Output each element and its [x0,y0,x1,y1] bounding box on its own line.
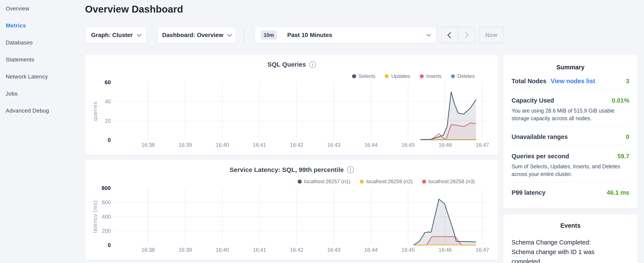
sql-queries-chart-card: SQL Queries i SelectsUpdatesInsertsDelet… [85,54,498,155]
chevron-down-icon [426,32,431,36]
sidebar-item-jobs[interactable]: Jobs [0,85,85,102]
legend-dot [420,74,424,78]
time-step-button-group [441,27,475,43]
legend-dot [422,180,426,184]
event-text: Schema Change Completed: Schema change w… [512,238,615,263]
svg-text:16:43: 16:43 [327,247,340,253]
svg-text:16:41: 16:41 [253,142,266,148]
summary-row-value: 46.1 ms [607,189,629,196]
legend-dot [384,74,389,78]
service-latency-chart-card: Service Latency: SQL, 99th percentile i … [85,160,498,260]
event-item: Schema Change Completed: Schema change w… [512,238,629,263]
sidebar-item-network-latency[interactable]: Network Latency [0,68,85,85]
svg-text:16:47: 16:47 [476,247,489,253]
chart-title: SQL Queries [268,61,306,68]
dashboard-selector-label: Dashboard: Overview [162,32,224,39]
summary-row-subtext: Sum of Selects, Updates, Inserts, and De… [512,163,629,178]
summary-row: P99 latency 46.1 ms [512,188,629,197]
legend-label: localhost:26257 (n1) [304,178,350,184]
graph-selector-label: Graph: Cluster [91,32,133,39]
divider [512,182,629,182]
svg-text:16:38: 16:38 [142,247,155,253]
summary-row-value: 59.7 [618,153,629,160]
chart-title-row: SQL Queries i [85,61,498,68]
time-range-badge: 10m [261,31,276,40]
sidebar-item-metrics[interactable]: Metrics [0,17,85,34]
summary-title: Summary [512,64,629,71]
sidebar: Overview Metrics Databases Statements Ne… [0,0,85,119]
svg-text:800: 800 [102,185,111,191]
summary-row-label: Capacity Used [512,97,554,104]
previous-time-button[interactable] [442,27,458,43]
legend-label: localhost:26258 (n3) [428,178,475,184]
sidebar-item-databases[interactable]: Databases [0,34,85,51]
legend-item: Updates [384,73,410,79]
view-nodes-list-link[interactable]: View nodes list [551,78,595,85]
summary-row-label: Queries per second [512,153,569,160]
summary-row-label: P99 latency [512,189,546,196]
legend-dot [298,180,302,184]
svg-text:16:39: 16:39 [178,247,192,253]
legend-item: Deletes [451,73,475,79]
info-icon[interactable]: i [309,61,316,68]
chart-title-row: Service Latency: SQL, 99th percentile i [85,166,498,173]
svg-text:16:46: 16:46 [438,142,452,148]
summary-rows: Total Nodes View nodes list 3 Capacity U… [512,76,629,197]
info-icon[interactable]: i [347,166,354,173]
svg-text:16:42: 16:42 [290,247,304,253]
svg-text:200: 200 [102,228,111,234]
chart-legend: localhost:26257 (n1)localhost:26259 (n2)… [298,178,475,184]
sql-queries-plot[interactable]: 16:3816:3916:4016:4116:4216:4316:4416:45… [85,55,498,155]
svg-text:60: 60 [104,79,111,86]
legend-label: Updates [391,73,410,79]
summary-row-label: Unavailable ranges [512,133,568,140]
events-list: Schema Change Completed: Schema change w… [512,238,629,263]
legend-item: Selects [352,73,376,79]
svg-text:16:40: 16:40 [216,247,229,253]
legend-label: Selects [359,73,376,79]
svg-text:16:41: 16:41 [253,247,266,253]
dashboard-selector-dropdown[interactable]: Dashboard: Overview [157,27,236,43]
svg-text:16:40: 16:40 [216,142,229,148]
svg-text:600: 600 [102,199,111,205]
summary-panel: Summary Total Nodes View nodes list 3 Ca… [503,54,638,209]
now-button[interactable]: Now [479,27,504,43]
svg-text:16:43: 16:43 [327,142,340,148]
svg-text:16:44: 16:44 [364,247,378,253]
svg-text:16:47: 16:47 [476,142,489,148]
chevron-down-icon [227,32,232,36]
summary-row-label: Total Nodes [512,78,546,85]
svg-text:16:42: 16:42 [290,142,304,148]
svg-text:16:38: 16:38 [142,142,155,148]
summary-row: Unavailable ranges 0 [512,132,629,146]
legend-label: Deletes [458,73,475,79]
time-range-label: Past 10 Minutes [287,32,332,39]
summary-row: Total Nodes View nodes list 3 [512,76,629,90]
legend-label: localhost:26259 (n2) [366,178,412,184]
svg-text:0: 0 [108,242,111,248]
svg-text:16:45: 16:45 [402,247,415,253]
service-latency-plot[interactable]: 16:3816:3916:4016:4116:4216:4316:4416:45… [85,160,498,260]
sidebar-item-overview[interactable]: Overview [0,0,85,17]
now-button-label: Now [486,32,498,39]
chevron-left-icon [447,32,454,38]
sidebar-item-advanced-debug[interactable]: Advanced Debug [0,102,85,119]
svg-text:20: 20 [105,118,111,124]
events-title: Events [512,222,629,229]
divider [512,90,629,90]
graph-selector-dropdown[interactable]: Graph: Cluster [85,27,147,43]
legend-dot [451,74,455,78]
next-time-button[interactable] [458,27,475,43]
svg-text:16:39: 16:39 [178,142,192,148]
legend-item: localhost:26257 (n1) [298,178,350,184]
svg-text:16:44: 16:44 [364,142,378,148]
summary-row-value: 3 [626,78,629,85]
time-range-dropdown[interactable]: 10m Past 10 Minutes [255,27,436,43]
legend-item: Inserts [420,73,442,79]
svg-text:latency (ms): latency (ms) [92,200,98,233]
svg-text:40: 40 [105,99,111,105]
legend-item: localhost:26258 (n3) [422,178,475,184]
divider [512,126,629,127]
events-panel: Events Schema Change Completed: Schema c… [503,214,638,263]
sidebar-item-statements[interactable]: Statements [0,51,85,68]
